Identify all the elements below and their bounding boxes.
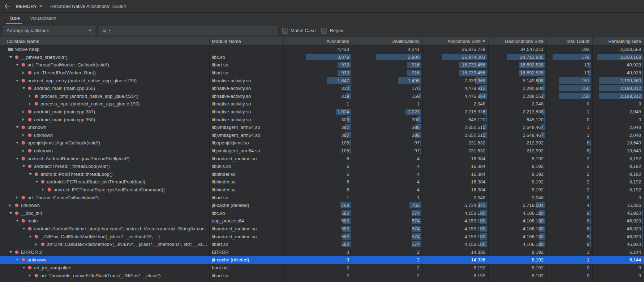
column-header-label: Remaining Size	[608, 39, 641, 44]
allocation-method-icon	[21, 140, 27, 145]
tab-visualization[interactable]: Visualization	[25, 13, 61, 24]
table-row[interactable]: unknownlibjvmtiagent_arm64.so3873862,650…	[0, 131, 644, 139]
expand-arrow-icon[interactable]	[22, 110, 27, 113]
table-row[interactable]: openjdkjvmti::AgentCallback(void*)libope…	[0, 139, 644, 147]
search-field[interactable]	[99, 26, 276, 35]
expand-arrow-icon[interactable]	[16, 196, 21, 199]
cell-value: 0	[639, 101, 641, 107]
module-name: libart.so	[212, 273, 228, 278]
expand-arrow-icon[interactable]	[29, 103, 34, 105]
table-row[interactable]: _JNIEnv::CallStaticVoidMethod(_jclass*, …	[0, 233, 644, 240]
collapse-arrow-icon[interactable]	[9, 212, 14, 214]
table-row[interactable]: android::AndroidRuntime::start(char cons…	[0, 225, 644, 233]
table-row[interactable]: art::ThreadPoolWorker::Callback(void*)li…	[0, 61, 644, 69]
cell-value: 2,328,568	[620, 47, 641, 52]
expand-arrow-icon[interactable]	[22, 71, 27, 74]
expand-arrow-icon[interactable]	[29, 95, 34, 97]
table-row[interactable]: mainapp_process645825744,153,1004,106,18…	[0, 217, 644, 225]
allocation-method-icon	[34, 234, 40, 239]
column-header-allocations-size[interactable]: Allocations Size	[423, 37, 489, 45]
table-row[interactable]: android::IPCThreadState::getAndExecuteCo…	[0, 186, 644, 194]
table-row[interactable]: unknownlibjvmtiagent_arm64.so3873862,650…	[0, 123, 644, 131]
expand-arrow-icon[interactable]	[42, 188, 47, 191]
table-row[interactable]: android_app_entry (android_native_app_gl…	[0, 77, 644, 84]
column-header-deallocations-size[interactable]: Deallocations Size	[489, 37, 547, 45]
table-row[interactable]: art::Throwable_nativeFillInStackTrace(_J…	[0, 272, 644, 279]
cell-value: 26,974,003	[462, 55, 485, 60]
collapse-arrow-icon[interactable]	[16, 259, 21, 261]
expand-arrow-icon[interactable]	[22, 149, 27, 152]
table-row[interactable]: art::ThreadPoolWorker::Run()libart.so933…	[0, 69, 644, 77]
collapse-arrow-icon[interactable]	[22, 228, 27, 230]
cell-value: 769	[341, 203, 349, 208]
column-header-allocations[interactable]: Allocations	[284, 37, 352, 45]
checkbox-box[interactable]	[282, 28, 288, 34]
column-header-callstack-name[interactable]: Callstack Name	[0, 37, 210, 45]
cell-value: 16,384	[471, 172, 485, 177]
value-bar	[420, 148, 421, 154]
table-row[interactable]: __pthread_start(void*)libc.so3,0792,9002…	[0, 53, 644, 61]
expand-arrow-icon[interactable]	[22, 134, 27, 136]
column-header-remaining-size[interactable]: Remaining Size	[593, 37, 644, 45]
column-header-label: Deallocations Size	[505, 39, 544, 44]
collapse-arrow-icon[interactable]	[22, 87, 27, 89]
table-row[interactable]: ERROR 2ERROR3214,3368,19216,144	[0, 248, 644, 256]
chevron-down-icon	[39, 5, 42, 7]
column-header-module-name[interactable]: Module Name	[210, 37, 284, 45]
table-row[interactable]: android::AndroidRuntime::javaThreadShell…	[0, 155, 644, 162]
callstack-name: art::Thread::CreateCallback(void*)	[27, 195, 99, 200]
callstack-name: android_main (main.cpp:350)	[34, 117, 95, 122]
table-row[interactable]: art::JNI::CallStaticVoidMethodV(_JNIEnv*…	[0, 240, 644, 248]
collapse-arrow-icon[interactable]	[9, 251, 14, 253]
collapse-arrow-icon[interactable]	[16, 220, 21, 222]
match-case-checkbox[interactable]: Match Case	[282, 28, 315, 34]
collapse-arrow-icon[interactable]	[35, 181, 40, 183]
table-row[interactable]: android::IPCThreadState::joinThreadPool(…	[0, 178, 644, 186]
expand-arrow-icon[interactable]	[22, 118, 27, 121]
collapse-arrow-icon[interactable]	[16, 126, 21, 128]
table-row[interactable]: android::Thread::_threadLoop(void*)libut…	[0, 162, 644, 170]
back-arrow-icon[interactable]	[4, 4, 12, 9]
table-row[interactable]: unknownjit-cache (deleted)3214,3368,1921…	[0, 256, 644, 264]
collapse-arrow-icon[interactable]	[16, 158, 21, 160]
cell-value: 6	[347, 156, 349, 161]
collapse-arrow-icon[interactable]	[22, 267, 27, 269]
expand-arrow-icon[interactable]	[35, 243, 40, 246]
arrange-by-dropdown[interactable]: Arrange by callstack	[3, 26, 95, 35]
search-history-chevron-icon[interactable]	[108, 30, 111, 31]
heap-folder-icon	[8, 47, 14, 52]
table-row[interactable]: __libc_initlibc.so5825744,153,1004,106,1…	[0, 209, 644, 217]
table-row[interactable]: android_main (main.cpp:350)libnative-act…	[0, 116, 644, 123]
table-row[interactable]: unknownboot.oat106,144016,144	[0, 279, 644, 282]
cell-value: 14,336	[471, 250, 485, 255]
table-row[interactable]: android_main (main.cpp:355)libnative-act…	[0, 84, 644, 92]
table-row[interactable]: android::PoolThread::threadLoop()libbind…	[0, 170, 644, 178]
collapse-arrow-icon[interactable]	[29, 173, 34, 175]
checkbox-box[interactable]	[321, 28, 327, 34]
table-row[interactable]: process_input (android_native_app_glue.c…	[0, 100, 644, 108]
collapse-arrow-icon[interactable]	[16, 64, 21, 66]
cell-value: 2,048	[532, 195, 544, 200]
search-icon[interactable]	[102, 28, 107, 33]
tab-table[interactable]: Table	[4, 13, 25, 24]
table-row[interactable]: android_main (main.cpp:387)libnative-act…	[0, 108, 644, 116]
regex-checkbox[interactable]: Regex	[321, 28, 343, 34]
table-row[interactable]: art_jni_trampolineboot.oat228,1928,19200	[0, 264, 644, 272]
expand-arrow-icon[interactable]	[29, 274, 34, 277]
table-row[interactable]: Native heap4,4334,24136,875,77934,547,21…	[0, 45, 644, 53]
column-header-total-count[interactable]: Total Count	[547, 37, 593, 45]
column-header-deallocations[interactable]: Deallocations	[352, 37, 423, 45]
table-row[interactable]: process_cmd (android_native_app_glue.c:2…	[0, 92, 644, 100]
expand-arrow-icon[interactable]	[9, 204, 14, 207]
collapse-arrow-icon[interactable]	[9, 56, 14, 58]
table-row[interactable]: art::Thread::CreateCallback(void*)libart…	[0, 194, 644, 201]
collapse-arrow-icon[interactable]	[16, 80, 21, 82]
memory-session-dropdown[interactable]: MEMORY	[16, 4, 42, 9]
collapse-arrow-icon[interactable]	[16, 142, 21, 144]
collapse-arrow-icon[interactable]	[22, 165, 27, 167]
cell-value: 105	[341, 148, 349, 153]
table-row[interactable]: unknownjit-cache (deleted)7697655,734,34…	[0, 201, 644, 209]
collapse-arrow-icon[interactable]	[29, 236, 34, 238]
search-input[interactable]	[112, 27, 273, 34]
table-row[interactable]: unknownlibjvmtiagent_arm64.so10597231,63…	[0, 147, 644, 155]
